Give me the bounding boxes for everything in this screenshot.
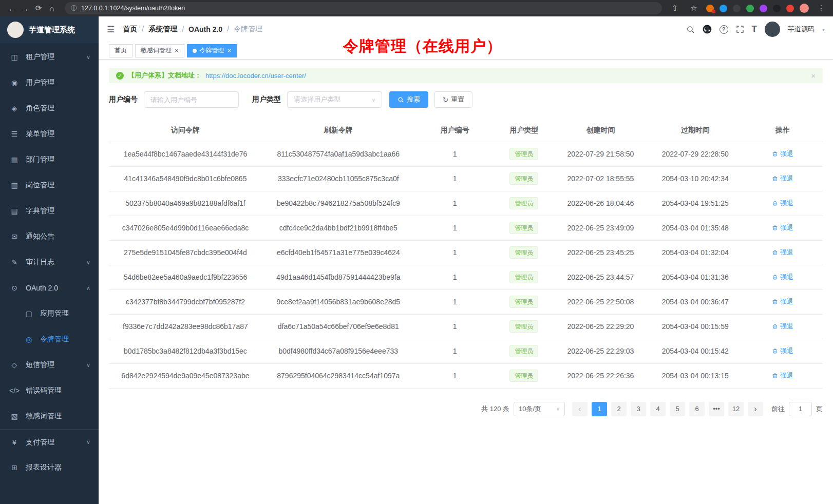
sidebar-item-dept[interactable]: ▦ 部门管理 (0, 147, 99, 172)
browser-profile-avatar[interactable] (800, 4, 809, 13)
user-id-cell: 1 (415, 166, 495, 191)
forward-icon[interactable]: → (18, 4, 32, 13)
sidebar-item-menu[interactable]: ☰ 菜单管理 (0, 121, 99, 147)
menu-item-label: 菜单管理 (26, 129, 54, 139)
extension-icon-red[interactable] (786, 5, 794, 12)
reload-icon[interactable]: ⟳ (32, 4, 45, 13)
pager-page-2[interactable]: 2 (611, 402, 627, 416)
force-logout-button[interactable]: 强退 (772, 174, 793, 183)
force-logout-button[interactable]: 强退 (772, 273, 793, 282)
reset-button[interactable]: ↻ 重置 (434, 91, 472, 108)
force-logout-button[interactable]: 强退 (772, 346, 793, 356)
sidebar-item-user[interactable]: ◉ 用户管理 (0, 70, 99, 95)
close-icon[interactable]: × (228, 47, 232, 54)
tab-token-mgmt[interactable]: 令牌管理 × (187, 44, 237, 57)
extension-icon-orange[interactable] (706, 5, 714, 12)
search-icon[interactable] (686, 25, 695, 34)
breadcrumb-item[interactable]: 系统管理 (137, 25, 177, 34)
caret-down-icon: ∨ (556, 406, 560, 412)
pager-page-5[interactable]: 5 (670, 402, 685, 416)
sidebar-item-sms[interactable]: ◇ 短信管理 ∨ (0, 352, 99, 378)
app-logo[interactable]: 芋道管理系统 (0, 16, 99, 43)
breadcrumb-item[interactable]: 首页 (123, 25, 137, 34)
pager-page-12[interactable]: 12 (728, 402, 744, 416)
sidebar-item-audit-log[interactable]: ✎ 审计日志 ∨ (0, 249, 99, 275)
sidebar-item-notice[interactable]: ✉ 通知公告 (0, 224, 99, 249)
expire-time-cell: 2054-03-04 00:13:15 (648, 363, 743, 388)
sidebar-item-post[interactable]: ▥ 岗位管理 (0, 172, 99, 198)
alert-close-icon[interactable]: × (811, 71, 816, 80)
sidebar-item-report-designer[interactable]: ⊞ 报表设计器 (0, 455, 99, 480)
table-row: c342377bf8b344799dcbf7bf095287f2 9ce8ef2… (109, 289, 823, 314)
share-icon[interactable]: ⇧ (668, 4, 681, 13)
sidebar-item-pay[interactable]: ¥ 支付管理 ∨ (0, 429, 99, 455)
action-cell: 强退 (743, 289, 823, 314)
site-info-icon[interactable]: ⓘ (71, 4, 77, 13)
force-logout-button[interactable]: 强退 (772, 322, 793, 331)
alert-doc-link[interactable]: https://doc.iocoder.cn/user-center/ (205, 72, 306, 80)
close-icon[interactable]: × (175, 47, 179, 54)
sidebar-item-role[interactable]: ◈ 角色管理 (0, 95, 99, 121)
sidebar-item-sensitive-word[interactable]: ▧ 敏感词管理 (0, 403, 99, 429)
user-type-badge: 管理员 (509, 370, 538, 382)
extension-icon-blue[interactable] (720, 5, 727, 12)
fullscreen-icon[interactable] (736, 25, 744, 33)
sidebar-item-dict[interactable]: ▤ 字典管理 (0, 198, 99, 224)
prev-page-button[interactable]: ‹ (572, 402, 588, 416)
user-avatar[interactable] (765, 22, 780, 37)
force-logout-button[interactable]: 强退 (772, 149, 793, 159)
pager-page-3[interactable]: 3 (631, 402, 646, 416)
refresh-token-cell: 8796295f04064c2983414cc54af1097a (262, 363, 415, 388)
page-size-select[interactable]: 10条/页 ∨ (514, 402, 565, 416)
pager-page-1[interactable]: 1 (592, 402, 607, 416)
extension-icon-purple[interactable] (760, 5, 767, 12)
help-icon[interactable]: ? (720, 25, 728, 34)
user-type-badge: 管理员 (509, 345, 538, 357)
breadcrumb-item[interactable]: 令牌管理 (222, 25, 262, 34)
tab-sensitive-word[interactable]: 敏感词管理 × (135, 44, 184, 57)
user-type-select[interactable]: 请选择用户类型 ∨ (287, 91, 382, 108)
sidebar-item-tenant[interactable]: ◫ 租户管理 ∨ (0, 44, 99, 70)
github-icon[interactable] (703, 25, 712, 34)
extension-icon-green[interactable] (746, 5, 754, 12)
sidebar-item-error-code[interactable]: </> 错误码管理 (0, 378, 99, 403)
user-type-badge: 管理员 (509, 148, 538, 160)
force-logout-button[interactable]: 强退 (772, 371, 793, 380)
caret-down-icon[interactable]: ▾ (822, 27, 825, 32)
next-page-button[interactable]: › (748, 402, 763, 416)
search-button[interactable]: 搜索 (389, 91, 428, 108)
sidebar-toggle-icon[interactable]: ☰ (107, 24, 115, 35)
user-type-cell: 管理员 (495, 339, 553, 363)
extension-icon-dark[interactable] (733, 5, 741, 12)
sidebar-item-oauth[interactable]: ⊙ OAuth 2.0 ∧ (0, 275, 99, 301)
browser-menu-icon[interactable]: ⋮ (815, 4, 828, 13)
username[interactable]: 芋道源码 (788, 25, 815, 34)
breadcrumb-item[interactable]: OAuth 2.0 (177, 25, 222, 33)
user-id-input[interactable] (144, 91, 239, 108)
app-title: 芋道管理系统 (29, 25, 75, 35)
force-logout-label: 强退 (780, 223, 793, 232)
extension-icon-black[interactable] (773, 5, 781, 12)
force-logout-button[interactable]: 强退 (772, 199, 793, 208)
force-logout-button[interactable]: 强退 (772, 223, 793, 232)
force-logout-button[interactable]: 强退 (772, 297, 793, 306)
force-logout-label: 强退 (780, 199, 793, 208)
pager-page-4[interactable]: 4 (650, 402, 666, 416)
pager-more[interactable]: ••• (709, 402, 724, 416)
goto-page-input[interactable] (789, 402, 812, 416)
address-bar[interactable]: ⓘ 127.0.0.1:1024/system/oauth2/token (65, 2, 662, 14)
home-icon[interactable]: ⌂ (45, 4, 59, 13)
force-logout-button[interactable]: 强退 (772, 248, 793, 257)
app-icon: ▢ (24, 309, 34, 318)
audit-log-icon: ✎ (9, 258, 20, 266)
breadcrumb: 首页系统管理OAuth 2.0令牌管理 (123, 25, 262, 34)
user-type-badge: 管理员 (509, 222, 538, 234)
sidebar-item-app-mgmt[interactable]: ▢ 应用管理 (0, 301, 99, 326)
back-icon[interactable]: ← (5, 4, 18, 13)
sidebar-item-token-mgmt[interactable]: ◎ 令牌管理 (0, 326, 99, 352)
tab-home[interactable]: 首页 (109, 44, 132, 57)
bookmark-star-icon[interactable]: ☆ (687, 4, 701, 13)
font-size-icon[interactable]: T (752, 24, 757, 34)
menu-item-label: 字典管理 (26, 206, 54, 216)
pager-page-6[interactable]: 6 (689, 402, 705, 416)
